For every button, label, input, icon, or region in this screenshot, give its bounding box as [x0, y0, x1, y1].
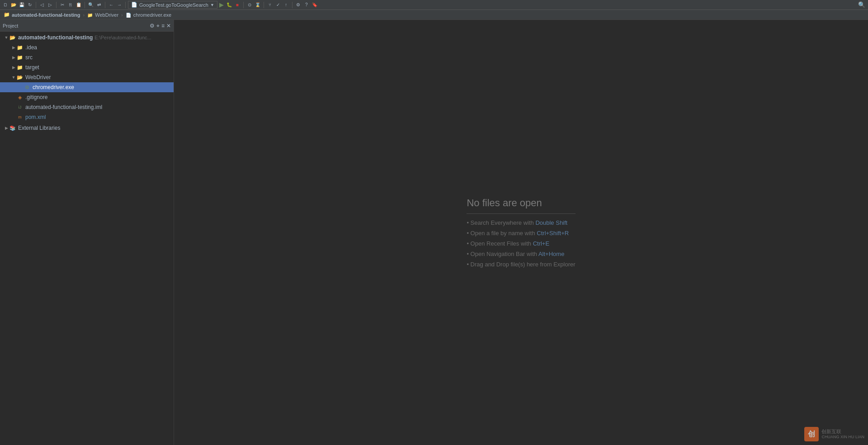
watermark-text: 创新互联 CHUANG XIN HU LIAN — [821, 428, 864, 440]
sep8 — [292, 2, 292, 8]
coverage-icon[interactable]: ⊙ — [246, 1, 253, 9]
iml-name: automated-functional-testing.iml — [25, 104, 102, 110]
redo-icon[interactable]: ▷ — [47, 1, 54, 9]
root-name: automated-functional-testing — [18, 34, 93, 41]
sep3 — [85, 2, 85, 8]
breadcrumb-folder: 📁 WebDriver — [87, 12, 118, 18]
tree-iml[interactable]: iJ automated-functional-testing.iml — [0, 102, 174, 112]
src-name: src — [25, 54, 33, 61]
hint-search-bullet: • Search Everywhere with — [467, 219, 535, 226]
webdriver-name: WebDriver — [25, 74, 51, 80]
sidebar-settings-icon[interactable]: ⚙ — [150, 23, 155, 29]
bookmark-icon[interactable]: 🔖 — [311, 1, 318, 9]
root-folder-icon: 📂 — [9, 34, 16, 41]
copy-icon[interactable]: ⎘ — [67, 1, 74, 9]
hint-search-key: Double Shift — [535, 219, 567, 226]
root-arrow: ▼ — [4, 35, 9, 40]
sep7 — [264, 2, 264, 8]
pom-name: pom.xml — [25, 114, 46, 120]
search-everywhere-icon[interactable]: 🔍 — [858, 1, 865, 8]
sidebar: Project ⚙ ⌖ ≡ ✕ ▼ 📂 automated-functional… — [0, 20, 174, 445]
hint-open-name-bullet: • Open a file by name with — [467, 230, 537, 237]
idea-folder-icon: 📁 — [16, 44, 24, 51]
commit-icon[interactable]: ✓ — [274, 1, 282, 9]
sep-b: › — [121, 12, 123, 18]
breadcrumb: 📁 automated-functional-testing › 📁 WebDr… — [0, 10, 868, 20]
hint-nav-key: Alt+Home — [538, 251, 564, 257]
sidebar-close-icon[interactable]: ✕ — [166, 23, 171, 29]
sync-icon[interactable]: ↻ — [26, 1, 33, 9]
config-icon: 📄 — [131, 2, 137, 8]
paste-icon[interactable]: 📋 — [75, 1, 82, 9]
src-arrow: ▶ — [11, 55, 16, 60]
sidebar-title: Project — [3, 23, 148, 28]
undo-icon[interactable]: ◁ — [38, 1, 46, 9]
replace-icon[interactable]: ⇄ — [95, 1, 103, 9]
tree-gitignore[interactable]: ◈ .gitignore — [0, 92, 174, 102]
project-icon: 📁 — [4, 12, 10, 18]
tree-idea[interactable]: ▶ 📁 .idea — [0, 43, 174, 52]
hint-recent-bullet: • Open Recent Files with — [467, 240, 533, 247]
watermark: 创 创新互联 CHUANG XIN HU LIAN — [804, 427, 864, 441]
run-config[interactable]: 📄 GoogleTest.goToGoogleSearch ▼ — [128, 1, 217, 9]
run-button[interactable]: ▶ — [218, 1, 225, 8]
no-files-panel: No files are open • Search Everywhere wi… — [467, 197, 575, 268]
new-file-icon[interactable]: 🗋 — [2, 1, 9, 9]
editor-area: No files are open • Search Everywhere wi… — [174, 20, 868, 445]
find-icon[interactable]: 🔍 — [87, 1, 94, 9]
open-icon[interactable]: 📂 — [10, 1, 17, 9]
breadcrumb-project[interactable]: automated-functional-testing — [12, 12, 80, 18]
tree-pom[interactable]: m pom.xml — [0, 112, 174, 122]
sep5 — [125, 2, 126, 8]
idea-arrow: ▶ — [11, 45, 16, 50]
target-folder-icon: 📁 — [16, 64, 24, 71]
save-icon[interactable]: 💾 — [18, 1, 25, 9]
tree-ext-libs[interactable]: ▶ 📚 External Libraries — [0, 123, 174, 133]
sidebar-scroll-icon[interactable]: ⌖ — [156, 23, 160, 29]
sidebar-header: Project ⚙ ⌖ ≡ ✕ — [0, 20, 174, 32]
config-name: GoogleTest.goToGoogleSearch — [139, 2, 208, 8]
sidebar-collapse-icon[interactable]: ≡ — [161, 23, 165, 29]
gitignore-name: .gitignore — [25, 94, 47, 100]
vcs-icon[interactable]: ⑂ — [266, 1, 274, 9]
webdriver-arrow: ▼ — [11, 75, 16, 80]
sep6 — [243, 2, 244, 8]
main-layout: Project ⚙ ⌖ ≡ ✕ ▼ 📂 automated-functional… — [0, 20, 868, 445]
ext-libs-arrow: ▶ — [4, 126, 9, 130]
tree-webdriver[interactable]: ▼ 📂 WebDriver — [0, 72, 174, 82]
root-path: E:\Pere\automated-func... — [94, 35, 151, 40]
hint-drag: • Drag and Drop file(s) here from Explor… — [467, 261, 575, 268]
forward-icon[interactable]: → — [116, 1, 123, 9]
breadcrumb-file: 📄 chromedriver.exe — [126, 12, 171, 18]
hint-recent-key: Ctrl+E — [533, 240, 549, 247]
chromedriver-icon: ⚙ — [24, 84, 31, 91]
watermark-logo: 创 — [804, 427, 819, 441]
sep4 — [105, 2, 105, 8]
src-folder-icon: 📁 — [16, 54, 24, 61]
debug-icon[interactable]: 🐛 — [226, 1, 233, 9]
settings-icon[interactable]: ⚙ — [295, 1, 302, 9]
hint-nav: • Open Navigation Bar with Alt+Home — [467, 251, 564, 257]
tree-src[interactable]: ▶ 📁 src — [0, 52, 174, 62]
back-icon[interactable]: ← — [108, 1, 115, 9]
hint-nav-bullet: • Open Navigation Bar with — [467, 251, 538, 257]
gitignore-icon: ◈ — [16, 94, 24, 101]
tree-root[interactable]: ▼ 📂 automated-functional-testing E:\Pere… — [0, 33, 174, 43]
toolbar: 🗋 📂 💾 ↻ ◁ ▷ ✂ ⎘ 📋 🔍 ⇄ ← → 📄 GoogleTest.g… — [0, 0, 868, 10]
file-tree: ▼ 📂 automated-functional-testing E:\Pere… — [0, 32, 174, 445]
idea-name: .idea — [25, 44, 37, 51]
sep2 — [56, 2, 57, 8]
profiler-icon[interactable]: ⌛ — [254, 1, 261, 9]
ext-libs-icon: 📚 — [9, 124, 16, 132]
sep-a: › — [83, 12, 85, 18]
stop-icon[interactable]: ■ — [234, 1, 241, 9]
tree-target[interactable]: ▶ 📁 target — [0, 62, 174, 72]
pom-icon: m — [16, 114, 24, 121]
target-arrow: ▶ — [11, 65, 16, 70]
cut-icon[interactable]: ✂ — [59, 1, 66, 9]
help-icon[interactable]: ? — [303, 1, 310, 9]
tree-chromedriver[interactable]: ⚙ chromedriver.exe — [0, 82, 174, 92]
config-dropdown-icon: ▼ — [210, 3, 214, 7]
push-icon[interactable]: ↑ — [283, 1, 290, 9]
iml-icon: iJ — [16, 104, 24, 111]
